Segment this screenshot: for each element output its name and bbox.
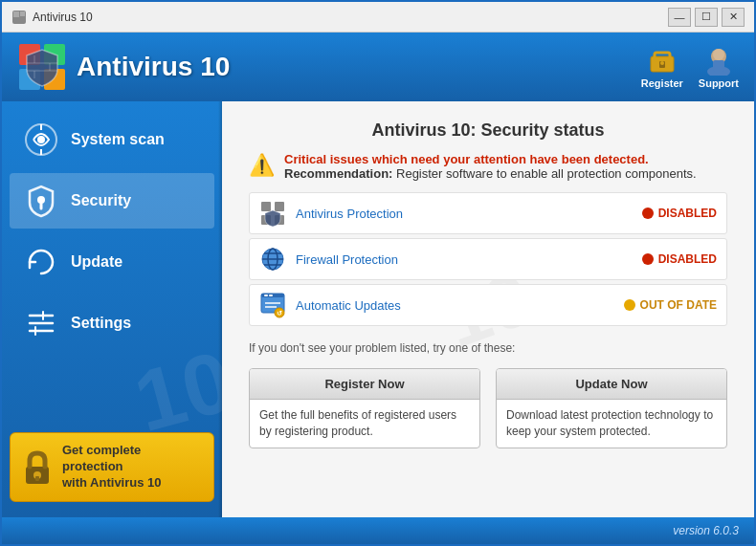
app-logo-icon (17, 42, 67, 92)
sidebar-item-system-scan-label: System scan (71, 131, 165, 148)
update-desc: Download latest protection technology to… (497, 400, 726, 448)
svg-rect-46 (264, 295, 268, 296)
security-icon (23, 183, 59, 219)
updates-name[interactable]: Automatic Updates (296, 298, 614, 313)
updates-status-badge: OUT OF DATE (624, 298, 717, 312)
action-buttons-row: Register Now Get the full benefits of re… (249, 368, 727, 448)
sidebar: 10 System scan (2, 101, 222, 517)
updates-status-dot (624, 299, 635, 311)
register-icon (647, 45, 678, 76)
antivirus-icon (259, 200, 286, 227)
status-item-antivirus: Antivirus Protection DISABLED (249, 192, 727, 234)
antivirus-status-badge: DISABLED (642, 207, 717, 220)
firewall-name[interactable]: Firewall Protection (296, 252, 633, 267)
svg-text:↺: ↺ (277, 310, 282, 317)
warning-icon: ⚠️ (249, 153, 275, 178)
svg-rect-34 (35, 476, 39, 481)
protection-banner[interactable]: Get complete protection with Antivirus 1… (10, 432, 214, 502)
antivirus-status-text: DISABLED (658, 207, 717, 220)
version-bar: version 6.0.3 (2, 517, 754, 544)
sidebar-item-settings[interactable]: Settings (10, 295, 214, 351)
update-icon (23, 244, 59, 280)
register-button[interactable]: Register (641, 45, 683, 89)
firewall-status-text: DISABLED (658, 252, 717, 266)
firewall-status-badge: DISABLED (642, 252, 717, 266)
help-text: If you don't see your problem listed, tr… (249, 341, 727, 355)
svg-point-15 (660, 61, 664, 65)
minimize-button[interactable]: — (668, 8, 691, 27)
maximize-button[interactable]: ☐ (695, 8, 718, 27)
firewall-icon (259, 246, 286, 273)
antivirus-name[interactable]: Antivirus Protection (296, 207, 633, 221)
svg-point-18 (713, 49, 724, 60)
title-bar-text: Antivirus 10 (33, 11, 668, 24)
recommendation-label: Recommendation: (284, 166, 392, 181)
protection-line1: Get complete protection (62, 443, 202, 475)
content-area: 10 Antivirus 10: Security status ⚠️ Crit… (222, 101, 754, 517)
page-title: Antivirus 10: Security status (249, 120, 727, 141)
main-layout: 10 System scan (2, 101, 754, 517)
status-item-updates: ↺ Automatic Updates OUT OF DATE (249, 284, 727, 326)
updates-status-text: OUT OF DATE (640, 298, 717, 312)
support-icon (703, 45, 734, 76)
register-action-card: Register Now Get the full benefits of re… (249, 368, 480, 448)
app-header: Antivirus 10 Register (2, 33, 754, 101)
alert-recommendation: Recommendation: Register software to ena… (284, 166, 697, 181)
svg-rect-35 (261, 202, 271, 211)
updates-icon: ↺ (259, 292, 286, 318)
alert-critical-text: Critical issues which need your attentio… (284, 152, 697, 166)
update-now-button[interactable]: Update Now (497, 369, 726, 400)
svg-rect-47 (269, 295, 273, 296)
sidebar-item-system-scan[interactable]: System scan (10, 112, 214, 167)
sidebar-item-update[interactable]: Update (10, 234, 214, 290)
svg-rect-36 (275, 202, 284, 211)
logo-container: Antivirus 10 (17, 42, 230, 92)
register-desc: Get the full benefits of registered user… (250, 400, 479, 448)
version-text: version 6.0.3 (673, 524, 739, 537)
sidebar-item-security-label: Security (71, 192, 131, 209)
sidebar-item-security[interactable]: Security (10, 173, 214, 229)
register-label: Register (641, 77, 683, 89)
close-button[interactable]: ✕ (722, 8, 745, 27)
sidebar-item-update-label: Update (71, 253, 122, 271)
system-scan-icon (23, 121, 59, 158)
content-inner: Antivirus 10: Security status ⚠️ Critica… (222, 101, 754, 468)
svg-rect-19 (713, 60, 724, 72)
support-label: Support (699, 77, 739, 89)
window-controls: — ☐ ✕ (668, 8, 745, 27)
status-item-firewall: Firewall Protection DISABLED (249, 238, 727, 280)
register-now-button[interactable]: Register Now (250, 369, 479, 400)
app-title: Antivirus 10 (77, 52, 230, 82)
recommendation-text: Register software to enable all protecti… (392, 166, 696, 181)
antivirus-status-dot (642, 207, 654, 219)
protection-banner-text: Get complete protection with Antivirus 1… (62, 443, 202, 491)
svg-point-21 (37, 136, 45, 143)
title-bar: Antivirus 10 — ☐ ✕ (2, 2, 754, 33)
alert-text: Critical issues which need your attentio… (284, 152, 697, 181)
update-action-card: Update Now Download latest protection te… (496, 368, 727, 448)
sidebar-item-settings-label: Settings (71, 315, 131, 332)
alert-box: ⚠️ Critical issues which need your atten… (249, 152, 727, 181)
svg-rect-2 (20, 11, 25, 16)
status-list: Antivirus Protection DISABLED (249, 192, 727, 326)
settings-icon (23, 305, 59, 341)
firewall-status-dot (642, 253, 654, 265)
header-actions: Register Support (641, 45, 739, 89)
support-button[interactable]: Support (699, 45, 739, 89)
svg-rect-1 (13, 11, 19, 17)
lock-icon (22, 449, 53, 486)
protection-line2: with Antivirus 10 (62, 475, 202, 491)
app-icon (11, 10, 27, 25)
